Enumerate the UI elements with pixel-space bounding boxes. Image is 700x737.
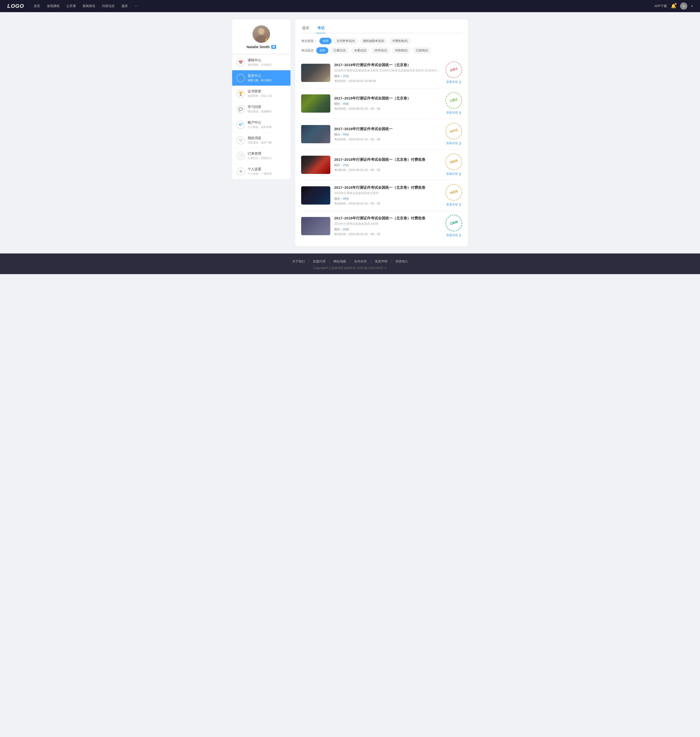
footer-link-2[interactable]: 网站地图 bbox=[329, 259, 350, 264]
menu-sub-settings: 个人信息，一键管理 bbox=[248, 172, 272, 175]
exam-thumb-4 bbox=[301, 156, 330, 174]
nav-link-opencourse[interactable]: 公开课 bbox=[66, 4, 76, 8]
exam-desc-1: 2018年行测考试是最值得多去研究 2018年行测考试是最值得多去研究 2018… bbox=[334, 69, 442, 73]
main-container: 🏅 Natalie Smith 图 📅 课程中心 精彩课程，不容错过 ☰ 题库中… bbox=[228, 19, 472, 246]
exam-stamp-6: 已批阅 bbox=[444, 213, 464, 233]
menu-title-certificate: 证书荣誉 bbox=[248, 89, 272, 94]
menu-sub-orders: 订单支出，明明白白 bbox=[248, 156, 272, 160]
menu-sub-question-bank: 海量习题，助力通关 bbox=[248, 78, 272, 82]
nav-link-qa[interactable]: 问答社区 bbox=[102, 4, 115, 8]
menu-sub-messages: 消息通知，及时了解 bbox=[248, 141, 272, 144]
view-detail-btn-3[interactable]: 查看详情 ❯ bbox=[446, 142, 461, 146]
footer-link-3[interactable]: 合作伙伴 bbox=[350, 259, 371, 264]
nav-link-bank[interactable]: 题库 bbox=[122, 4, 128, 8]
footer-link-0[interactable]: 关于我们 bbox=[288, 259, 309, 264]
exam-thumb-3 bbox=[301, 125, 330, 143]
exam-time-6: 考试时间：2019-05-03 10：09：09 bbox=[334, 232, 442, 236]
filter-status-label: 考试状态 bbox=[301, 49, 314, 53]
filter-type-tag-3[interactable]: 付费批卷(6) bbox=[389, 38, 411, 44]
exam-actions-4: 待批阅 查看详情 ❯ bbox=[446, 153, 462, 176]
svg-point-1 bbox=[256, 35, 267, 43]
sidebar-profile: 🏅 Natalie Smith 图 bbox=[232, 19, 290, 54]
exam-info-5: 2017–2018年行测证件考试全国统一（北京卷）付费批卷 2018年行测考试是… bbox=[334, 185, 442, 206]
nav-link-discover[interactable]: 发现课程 bbox=[47, 4, 60, 8]
exam-title-1: 2017–2018年行测证件考试全国统一（北京卷） bbox=[334, 63, 442, 67]
filter-status-tag-1[interactable]: 已通过(2) bbox=[330, 47, 349, 54]
sidebar-item-question-bank[interactable]: ☰ 题库中心 海量习题，助力通关 bbox=[232, 70, 290, 86]
menu-text-messages: 我的消息 消息通知，及时了解 bbox=[248, 136, 272, 144]
menu-icon-certificate: 🏆 bbox=[237, 90, 245, 98]
exam-actions-5: 待批阅 查看详情 ❯ bbox=[446, 184, 462, 207]
filter-type-tag-2[interactable]: 随机抽题考试(5) bbox=[360, 38, 387, 44]
view-detail-btn-5[interactable]: 查看详情 ❯ bbox=[446, 203, 461, 207]
footer-link-4[interactable]: 免责声明 bbox=[371, 259, 391, 264]
nav-link-home[interactable]: 首页 bbox=[34, 4, 40, 8]
avatar-initial: N bbox=[682, 4, 685, 8]
filter-status-tag-3[interactable]: 待考试(2) bbox=[371, 47, 390, 54]
exam-score-2: 得分：99分 bbox=[334, 102, 442, 106]
menu-sub-course-center: 精彩课程，不容错过 bbox=[248, 63, 272, 67]
filter-status-tag-5[interactable]: 已批阅(2) bbox=[413, 47, 431, 54]
menu-sub-account: 个人权益，实时掌握 bbox=[248, 125, 272, 129]
menu-text-course-center: 课程中心 精彩课程，不容错过 bbox=[248, 58, 272, 67]
filter-status-tag-0[interactable]: 全部 bbox=[316, 47, 328, 54]
filter-status-tag-2[interactable]: 未通过(2) bbox=[351, 47, 370, 54]
sidebar-item-messages[interactable]: 🗨 我的消息 消息通知，及时了解 bbox=[232, 133, 290, 148]
sidebar-item-settings[interactable]: ⚙ 个人设置 个人信息，一键管理 bbox=[232, 164, 290, 179]
exam-desc-6: 2018年行测考试是最值得多去研究 bbox=[334, 222, 442, 226]
filter-status-tag-4[interactable]: 待批阅(2) bbox=[392, 47, 411, 54]
sidebar-item-certificate[interactable]: 🏆 证书荣誉 收获荣誉，持证上岗 bbox=[232, 86, 290, 102]
footer-copyright: Copyright® 云朵商学院 版权所有 京ICP备17051340号–1 bbox=[0, 266, 700, 270]
sidebar-item-course-center[interactable]: 📅 课程中心 精彩课程，不容错过 bbox=[232, 55, 290, 70]
menu-title-orders: 订单管理 bbox=[248, 152, 272, 156]
navbar: LOGO 首页发现课程公开课新闻资讯问答社区题库··· APP下载 🔔 N ▾ bbox=[0, 0, 700, 12]
exam-desc-5: 2018年行测考试是最值得多去研究 bbox=[334, 191, 442, 195]
exam-info-3: 2017–2018年行测证件考试全国统一 得分：99分 考试时间：2019-05… bbox=[334, 127, 442, 142]
exam-item-2: 2017–2018年行测证件考试全国统一（北京卷） 得分：99分 考试时间：20… bbox=[301, 88, 462, 119]
menu-title-settings: 个人设置 bbox=[248, 167, 272, 171]
exam-title-4: 2017–2018年行测证件考试全国统一（北京卷）付费批卷 bbox=[334, 158, 442, 162]
user-menu-caret[interactable]: ▾ bbox=[691, 4, 693, 8]
nav-more[interactable]: ··· bbox=[135, 4, 138, 8]
logo[interactable]: LOGO bbox=[7, 3, 24, 9]
sidebar-item-account[interactable]: 💎 账户中心 个人权益，实时掌握 bbox=[232, 117, 290, 133]
exam-stamp-3: 待考试 bbox=[444, 121, 464, 141]
view-detail-btn-6[interactable]: 查看详情 ❯ bbox=[446, 233, 461, 237]
filter-status-tags: 全部已通过(2)未通过(2)待考试(2)待批阅(2)已批阅(2) bbox=[316, 47, 431, 54]
view-detail-btn-4[interactable]: 查看详情 ❯ bbox=[446, 172, 461, 176]
tab-bank[interactable]: 题库 bbox=[301, 24, 310, 33]
menu-text-question-bank: 题库中心 海量习题，助力通关 bbox=[248, 74, 272, 82]
menu-text-certificate: 证书荣誉 收获荣誉，持证上岗 bbox=[248, 89, 272, 98]
menu-title-course-center: 课程中心 bbox=[248, 58, 272, 62]
exam-title-5: 2017–2018年行测证件考试全国统一（北京卷）付费批卷 bbox=[334, 185, 442, 190]
exam-stamp-5: 待批阅 bbox=[444, 182, 464, 202]
exam-info-2: 2017–2018年行测证件考试全国统一（北京卷） 得分：99分 考试时间：20… bbox=[334, 96, 442, 111]
footer-link-1[interactable]: 加盟代理 bbox=[309, 259, 329, 264]
menu-sub-study-qa: 课后重温，疑难解答 bbox=[248, 110, 272, 113]
view-detail-btn-1[interactable]: 查看详情 ❯ bbox=[446, 80, 461, 84]
exam-time-2: 考试时间：2019-05-03 10：09：09 bbox=[334, 107, 442, 111]
menu-icon-question-bank: ☰ bbox=[237, 74, 245, 82]
filter-status-row: 考试状态 全部已通过(2)未通过(2)待考试(2)待批阅(2)已批阅(2) bbox=[301, 47, 462, 54]
view-detail-btn-2[interactable]: 查看详情 ❯ bbox=[446, 111, 461, 115]
sidebar-avatar-wrapper: 🏅 bbox=[253, 25, 270, 43]
tab-exam[interactable]: 考试 bbox=[316, 24, 325, 33]
user-avatar[interactable]: N bbox=[680, 3, 687, 10]
exam-time-3: 考试时间：2019-05-03 10：09：09 bbox=[334, 137, 442, 142]
menu-icon-orders: 📄 bbox=[237, 152, 245, 160]
sidebar-menu: 📅 课程中心 精彩课程，不容错过 ☰ 题库中心 海量习题，助力通关 🏆 证书荣誉… bbox=[232, 55, 290, 179]
exam-score-4: 得分：25分 bbox=[334, 163, 442, 167]
nav-link-news[interactable]: 新闻资讯 bbox=[82, 4, 95, 8]
notification-bell[interactable]: 🔔 bbox=[671, 3, 676, 9]
exam-score-3: 得分：99分 bbox=[334, 133, 442, 137]
exam-score-5: 得分：99分 bbox=[334, 197, 442, 201]
sidebar-item-orders[interactable]: 📄 订单管理 订单支出，明明白白 bbox=[232, 148, 290, 164]
filter-type-tag-0[interactable]: 全部 bbox=[319, 38, 331, 44]
sidebar-item-study-qa[interactable]: 💬 学习问答 课后重温，疑难解答 bbox=[232, 102, 290, 117]
top-tabs: 题库考试 bbox=[301, 24, 462, 33]
exam-thumb-6 bbox=[301, 217, 330, 235]
app-download-link[interactable]: APP下载 bbox=[654, 4, 667, 8]
footer-link-5[interactable]: 招贤纳士 bbox=[391, 259, 412, 264]
exam-score-1: 得分：25分 bbox=[334, 74, 442, 78]
filter-type-tag-1[interactable]: 证书类考试(4) bbox=[334, 38, 358, 44]
